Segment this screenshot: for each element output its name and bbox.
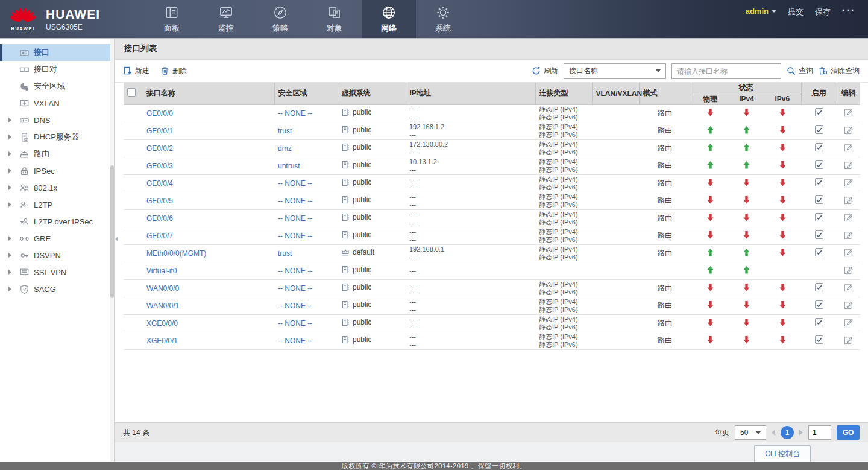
expand-arrow-icon[interactable] [8,118,11,122]
security-zone-link[interactable]: untrust [278,162,300,170]
interface-name-link[interactable]: GE0/0/7 [146,232,173,240]
sidebar-item-sacg[interactable]: SACG [0,281,114,297]
security-zone-link[interactable]: -- NONE -- [278,214,312,223]
expand-arrow-icon[interactable] [8,236,11,241]
interface-name-link[interactable]: GE0/0/5 [146,197,173,205]
save-button[interactable]: 保存 [815,7,831,17]
interface-name-link[interactable]: GE0/0/6 [146,214,173,223]
interface-name-link[interactable]: GE0/0/4 [146,179,173,188]
security-zone-link[interactable]: trust [278,127,292,135]
enable-checkbox[interactable] [815,283,823,291]
enable-checkbox[interactable] [815,335,823,344]
interface-name-link[interactable]: GE0/0/1 [146,127,173,135]
interface-name-link[interactable]: XGE0/0/0 [146,319,178,328]
edit-icon[interactable] [844,108,853,117]
sidebar-item-interface[interactable]: 接口 [0,44,114,61]
sidebar-item-dhcp-server[interactable]: DHCP服务器 [0,129,114,145]
expand-arrow-icon[interactable] [8,135,11,139]
go-button[interactable]: GO [837,425,860,440]
edit-icon[interactable] [844,265,853,275]
edit-icon[interactable] [844,195,853,205]
sidebar-item-security-zone[interactable]: 安全区域 [0,78,114,95]
interface-name-link[interactable]: MEth0/0/0(MGMT) [146,249,206,258]
security-zone-link[interactable]: -- NONE -- [278,284,312,293]
interface-name-link[interactable]: GE0/0/2 [146,144,173,153]
enable-checkbox[interactable] [815,125,823,134]
refresh-button[interactable]: 刷新 [532,66,558,76]
expand-arrow-icon[interactable] [8,202,11,207]
sidebar-item-gre[interactable]: GRE [0,230,114,247]
edit-icon[interactable] [844,248,853,257]
nav-item-system[interactable]: 系统 [416,0,470,38]
page-goto-input[interactable] [808,425,831,440]
security-zone-link[interactable]: trust [278,249,292,258]
expand-arrow-icon[interactable] [8,185,11,190]
cli-console-button[interactable]: CLI 控制台 [754,445,811,462]
interface-name-link[interactable]: WAN0/0/1 [146,302,179,310]
edit-icon[interactable] [844,213,853,222]
enable-checkbox[interactable] [815,300,823,309]
security-zone-link[interactable]: -- NONE -- [278,319,312,328]
search-input[interactable] [671,63,781,79]
interface-name-link[interactable]: XGE0/0/1 [146,337,178,345]
enable-checkbox[interactable] [815,178,823,186]
delete-button[interactable]: 删除 [160,66,187,76]
nav-item-monitor[interactable]: 监控 [199,0,253,38]
expand-arrow-icon[interactable] [8,287,11,291]
edit-icon[interactable] [844,300,853,310]
sidebar-scrollbar[interactable] [110,39,114,462]
expand-arrow-icon[interactable] [8,168,11,173]
nav-item-dashboard[interactable]: 面板 [145,0,199,38]
enable-checkbox[interactable] [815,195,823,204]
edit-icon[interactable] [844,125,853,135]
edit-icon[interactable] [844,178,853,187]
sidebar-item-l2tp-over-ipsec[interactable]: L2TP over IPSec [0,213,114,230]
enable-checkbox[interactable] [815,248,823,256]
interface-name-link[interactable]: Virtual-if0 [146,267,177,275]
more-menu-icon[interactable]: ··· [842,5,856,15]
sidebar-item-route[interactable]: 路由 [0,145,114,162]
edit-icon[interactable] [844,335,853,345]
filter-field-select[interactable]: 接口名称 [564,63,666,79]
interface-name-link[interactable]: WAN0/0/0 [146,284,179,293]
sidebar-item-8021x[interactable]: 802.1x [0,179,114,196]
security-zone-link[interactable]: -- NONE -- [278,179,312,188]
interface-name-link[interactable]: GE0/0/0 [146,109,173,118]
security-zone-link[interactable]: -- NONE -- [278,267,312,275]
enable-checkbox[interactable] [815,213,823,221]
sidebar-item-dns[interactable]: DNS [0,112,114,129]
enable-checkbox[interactable] [815,143,823,151]
expand-arrow-icon[interactable] [8,270,11,275]
sidebar-item-l2tp[interactable]: L2TP [0,196,114,213]
nav-item-policy[interactable]: 策略 [253,0,307,38]
sidebar-collapse-handle[interactable] [115,230,121,247]
sidebar-item-interface-pair[interactable]: 接口对 [0,61,114,78]
security-zone-link[interactable]: -- NONE -- [278,197,312,205]
current-page-button[interactable]: 1 [781,426,794,439]
nav-item-network[interactable]: 网络 [362,0,416,38]
next-page-button[interactable] [799,430,803,436]
enable-checkbox[interactable] [815,318,823,326]
sidebar-item-ssl-vpn[interactable]: SSL VPN [0,264,114,281]
nav-item-object[interactable]: 对象 [307,0,362,38]
sidebar-item-vxlan[interactable]: VXLAN [0,95,114,112]
user-menu[interactable]: admin [746,7,776,16]
expand-arrow-icon[interactable] [8,253,11,258]
security-zone-link[interactable]: -- NONE -- [278,232,312,240]
sidebar-item-dsvpn[interactable]: DSVPN [0,247,114,264]
sidebar-scrollbar-thumb[interactable] [110,165,114,298]
query-button[interactable]: 查询 [787,66,813,76]
commit-button[interactable]: 提交 [788,7,804,17]
interface-name-link[interactable]: GE0/0/3 [146,162,173,170]
per-page-select[interactable]: 50 [735,425,766,440]
security-zone-link[interactable]: dmz [278,144,292,153]
new-button[interactable]: 新建 [123,66,149,76]
edit-icon[interactable] [844,143,853,152]
expand-arrow-icon[interactable] [8,151,11,156]
select-all-checkbox[interactable] [127,88,136,97]
enable-checkbox[interactable] [815,160,823,169]
enable-checkbox[interactable] [815,108,823,116]
enable-checkbox[interactable] [815,230,823,239]
prev-page-button[interactable] [772,430,775,436]
security-zone-link[interactable]: -- NONE -- [278,337,312,345]
